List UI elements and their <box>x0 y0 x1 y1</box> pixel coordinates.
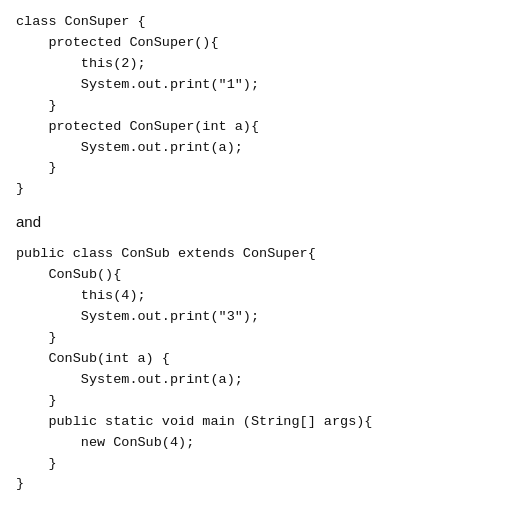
code-section-2: public class ConSub extends ConSuper{ Co… <box>16 244 501 495</box>
separator-text: and <box>16 210 501 234</box>
code-block-2: public class ConSub extends ConSuper{ Co… <box>16 244 501 495</box>
code-section-1: class ConSuper { protected ConSuper(){ t… <box>16 12 501 200</box>
code-block-1: class ConSuper { protected ConSuper(){ t… <box>16 12 501 200</box>
